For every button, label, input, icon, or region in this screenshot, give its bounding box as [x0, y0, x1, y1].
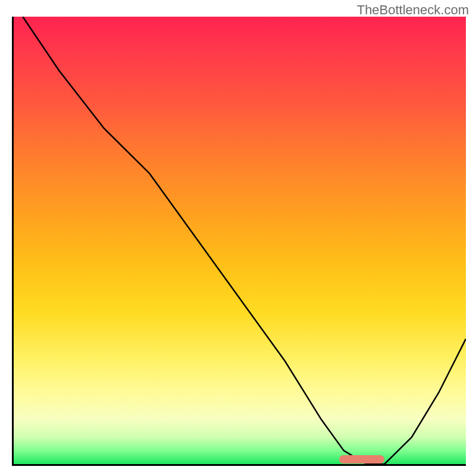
optimal-range-marker [339, 455, 384, 464]
watermark-text: TheBottleneck.com [357, 2, 469, 18]
bottleneck-curve [23, 17, 466, 464]
chart-container: TheBottleneck.com [0, 0, 476, 476]
curve-svg [14, 17, 466, 464]
plot-area [12, 17, 466, 466]
